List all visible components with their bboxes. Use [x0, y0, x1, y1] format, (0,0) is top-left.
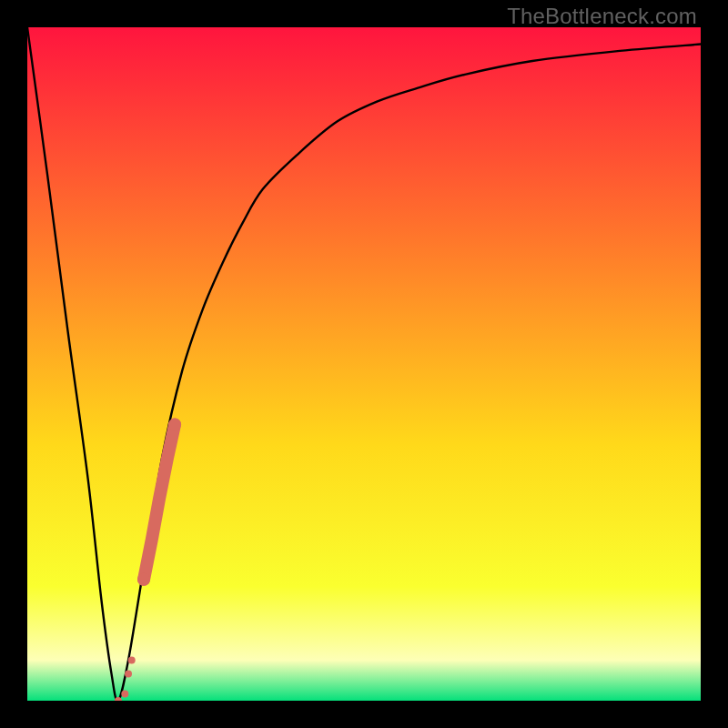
gradient-background: [27, 27, 701, 701]
marker-end: [137, 573, 150, 586]
plot-area: [27, 27, 701, 701]
watermark-text: TheBottleneck.com: [507, 4, 697, 29]
marker-dot: [125, 670, 132, 677]
chart-svg: [27, 27, 701, 701]
chart-frame: TheBottleneck.com: [0, 0, 728, 728]
marker-end: [168, 419, 181, 431]
marker-dot: [121, 691, 128, 698]
marker-dot: [128, 657, 136, 664]
